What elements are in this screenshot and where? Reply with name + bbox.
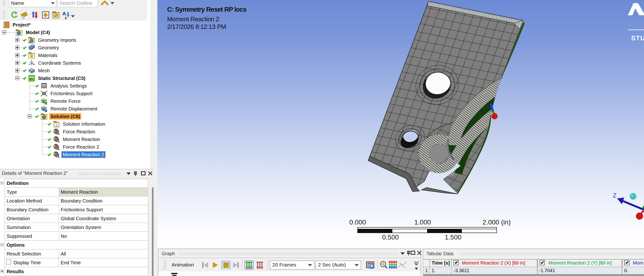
svg-text:1.000: 1.000 xyxy=(414,218,431,226)
svg-text:1.500: 1.500 xyxy=(445,233,462,241)
svg-text:z: z xyxy=(65,16,67,20)
svg-text:2.000 (in): 2.000 (in) xyxy=(482,218,511,226)
svg-text:STU: STU xyxy=(631,35,644,42)
svg-text:Z: Z xyxy=(613,192,616,199)
svg-text:0.500: 0.500 xyxy=(382,233,399,241)
svg-text:i: i xyxy=(56,123,57,127)
svg-text:0.000: 0.000 xyxy=(349,218,366,226)
